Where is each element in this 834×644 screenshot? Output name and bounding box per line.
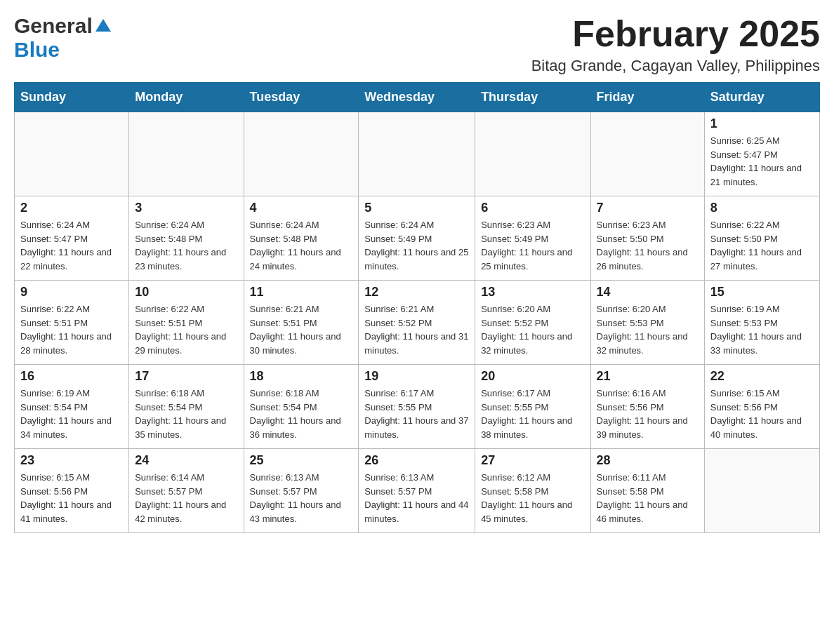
svg-marker-0 xyxy=(95,19,111,32)
day-info: Sunrise: 6:15 AM Sunset: 5:56 PM Dayligh… xyxy=(710,387,814,441)
day-info: Sunrise: 6:12 AM Sunset: 5:58 PM Dayligh… xyxy=(481,471,584,525)
day-info: Sunrise: 6:11 AM Sunset: 5:58 PM Dayligh… xyxy=(597,471,699,525)
calendar-day xyxy=(129,112,244,196)
day-number: 25 xyxy=(250,453,353,468)
day-number: 21 xyxy=(597,369,699,384)
calendar-day: 10Sunrise: 6:22 AM Sunset: 5:51 PM Dayli… xyxy=(129,281,244,365)
calendar-day: 28Sunrise: 6:11 AM Sunset: 5:58 PM Dayli… xyxy=(590,449,704,533)
calendar-day: 16Sunrise: 6:19 AM Sunset: 5:54 PM Dayli… xyxy=(15,365,129,449)
day-number: 7 xyxy=(597,201,699,215)
day-info: Sunrise: 6:24 AM Sunset: 5:49 PM Dayligh… xyxy=(364,218,469,273)
calendar-week-row: 2Sunrise: 6:24 AM Sunset: 5:47 PM Daylig… xyxy=(15,196,820,281)
title-section: February 2025 Bitag Grande, Cagayan Vall… xyxy=(531,14,820,75)
day-number: 19 xyxy=(364,369,469,384)
month-title: February 2025 xyxy=(531,14,820,54)
calendar-day xyxy=(704,449,819,533)
day-info: Sunrise: 6:18 AM Sunset: 5:54 PM Dayligh… xyxy=(135,387,237,441)
day-number: 16 xyxy=(20,369,123,384)
day-info: Sunrise: 6:24 AM Sunset: 5:48 PM Dayligh… xyxy=(250,218,353,273)
day-number: 5 xyxy=(364,201,469,215)
day-info: Sunrise: 6:20 AM Sunset: 5:52 PM Dayligh… xyxy=(481,302,584,357)
day-number: 13 xyxy=(481,285,584,300)
day-info: Sunrise: 6:23 AM Sunset: 5:49 PM Dayligh… xyxy=(481,218,584,273)
calendar-day: 18Sunrise: 6:18 AM Sunset: 5:54 PM Dayli… xyxy=(244,365,359,449)
day-number: 11 xyxy=(250,285,353,300)
day-number: 24 xyxy=(135,453,237,468)
calendar-day: 12Sunrise: 6:21 AM Sunset: 5:52 PM Dayli… xyxy=(359,281,475,365)
calendar-table: Sunday Monday Tuesday Wednesday Thursday… xyxy=(14,82,820,533)
calendar-day xyxy=(590,112,704,196)
calendar-day xyxy=(15,112,129,196)
day-info: Sunrise: 6:20 AM Sunset: 5:53 PM Dayligh… xyxy=(597,302,699,357)
logo: General Blue xyxy=(14,14,111,62)
calendar-day: 22Sunrise: 6:15 AM Sunset: 5:56 PM Dayli… xyxy=(704,365,819,449)
calendar-day: 26Sunrise: 6:13 AM Sunset: 5:57 PM Dayli… xyxy=(359,449,475,533)
calendar-day: 4Sunrise: 6:24 AM Sunset: 5:48 PM Daylig… xyxy=(244,196,359,281)
calendar-day: 7Sunrise: 6:23 AM Sunset: 5:50 PM Daylig… xyxy=(590,196,704,281)
calendar-day: 24Sunrise: 6:14 AM Sunset: 5:57 PM Dayli… xyxy=(129,449,244,533)
day-info: Sunrise: 6:13 AM Sunset: 5:57 PM Dayligh… xyxy=(364,471,469,525)
day-number: 6 xyxy=(481,201,584,215)
calendar-day: 1Sunrise: 6:25 AM Sunset: 5:47 PM Daylig… xyxy=(704,112,819,196)
day-number: 18 xyxy=(250,369,353,384)
day-info: Sunrise: 6:24 AM Sunset: 5:48 PM Dayligh… xyxy=(135,218,237,273)
day-info: Sunrise: 6:19 AM Sunset: 5:53 PM Dayligh… xyxy=(710,302,814,357)
calendar-day: 6Sunrise: 6:23 AM Sunset: 5:49 PM Daylig… xyxy=(475,196,590,281)
header-thursday: Thursday xyxy=(475,83,590,112)
day-info: Sunrise: 6:19 AM Sunset: 5:54 PM Dayligh… xyxy=(20,387,123,441)
header-friday: Friday xyxy=(590,83,704,112)
calendar-day xyxy=(475,112,590,196)
day-info: Sunrise: 6:17 AM Sunset: 5:55 PM Dayligh… xyxy=(364,387,469,441)
logo-general-text: General xyxy=(14,14,93,38)
header-saturday: Saturday xyxy=(704,83,819,112)
day-info: Sunrise: 6:17 AM Sunset: 5:55 PM Dayligh… xyxy=(481,387,584,441)
day-info: Sunrise: 6:23 AM Sunset: 5:50 PM Dayligh… xyxy=(597,218,699,273)
calendar-day: 8Sunrise: 6:22 AM Sunset: 5:50 PM Daylig… xyxy=(704,196,819,281)
calendar-week-row: 9Sunrise: 6:22 AM Sunset: 5:51 PM Daylig… xyxy=(15,281,820,365)
calendar-day: 2Sunrise: 6:24 AM Sunset: 5:47 PM Daylig… xyxy=(15,196,129,281)
day-info: Sunrise: 6:22 AM Sunset: 5:50 PM Dayligh… xyxy=(710,218,814,273)
calendar-day xyxy=(244,112,359,196)
day-number: 8 xyxy=(710,201,814,215)
day-number: 22 xyxy=(710,369,814,384)
day-number: 2 xyxy=(20,201,123,215)
calendar-day: 14Sunrise: 6:20 AM Sunset: 5:53 PM Dayli… xyxy=(590,281,704,365)
calendar-day xyxy=(359,112,475,196)
day-info: Sunrise: 6:22 AM Sunset: 5:51 PM Dayligh… xyxy=(135,302,237,357)
calendar-day: 19Sunrise: 6:17 AM Sunset: 5:55 PM Dayli… xyxy=(359,365,475,449)
day-number: 14 xyxy=(597,285,699,300)
day-info: Sunrise: 6:21 AM Sunset: 5:51 PM Dayligh… xyxy=(250,302,353,357)
header-monday: Monday xyxy=(129,83,244,112)
logo-icon xyxy=(95,19,111,34)
header-tuesday: Tuesday xyxy=(244,83,359,112)
calendar-day: 17Sunrise: 6:18 AM Sunset: 5:54 PM Dayli… xyxy=(129,365,244,449)
day-number: 9 xyxy=(20,285,123,300)
page-header: General Blue February 2025 Bitag Grande,… xyxy=(14,14,820,75)
day-info: Sunrise: 6:22 AM Sunset: 5:51 PM Dayligh… xyxy=(20,302,123,357)
day-number: 26 xyxy=(364,453,469,468)
location-title: Bitag Grande, Cagayan Valley, Philippine… xyxy=(531,57,820,75)
day-number: 27 xyxy=(481,453,584,468)
day-number: 10 xyxy=(135,285,237,300)
calendar-day: 21Sunrise: 6:16 AM Sunset: 5:56 PM Dayli… xyxy=(590,365,704,449)
day-number: 4 xyxy=(250,201,353,215)
calendar-week-row: 23Sunrise: 6:15 AM Sunset: 5:56 PM Dayli… xyxy=(15,449,820,533)
calendar-header-row: Sunday Monday Tuesday Wednesday Thursday… xyxy=(15,83,820,112)
logo-blue-text: Blue xyxy=(14,38,60,61)
day-number: 1 xyxy=(710,116,814,131)
day-number: 15 xyxy=(710,285,814,300)
day-number: 17 xyxy=(135,369,237,384)
day-info: Sunrise: 6:25 AM Sunset: 5:47 PM Dayligh… xyxy=(710,134,814,189)
day-info: Sunrise: 6:18 AM Sunset: 5:54 PM Dayligh… xyxy=(250,387,353,441)
calendar-day: 9Sunrise: 6:22 AM Sunset: 5:51 PM Daylig… xyxy=(15,281,129,365)
calendar-day: 25Sunrise: 6:13 AM Sunset: 5:57 PM Dayli… xyxy=(244,449,359,533)
calendar-day: 11Sunrise: 6:21 AM Sunset: 5:51 PM Dayli… xyxy=(244,281,359,365)
day-info: Sunrise: 6:16 AM Sunset: 5:56 PM Dayligh… xyxy=(597,387,699,441)
day-info: Sunrise: 6:24 AM Sunset: 5:47 PM Dayligh… xyxy=(20,218,123,273)
calendar-day: 23Sunrise: 6:15 AM Sunset: 5:56 PM Dayli… xyxy=(15,449,129,533)
calendar-day: 15Sunrise: 6:19 AM Sunset: 5:53 PM Dayli… xyxy=(704,281,819,365)
day-number: 28 xyxy=(597,453,699,468)
calendar-day: 3Sunrise: 6:24 AM Sunset: 5:48 PM Daylig… xyxy=(129,196,244,281)
calendar-day: 27Sunrise: 6:12 AM Sunset: 5:58 PM Dayli… xyxy=(475,449,590,533)
day-number: 20 xyxy=(481,369,584,384)
